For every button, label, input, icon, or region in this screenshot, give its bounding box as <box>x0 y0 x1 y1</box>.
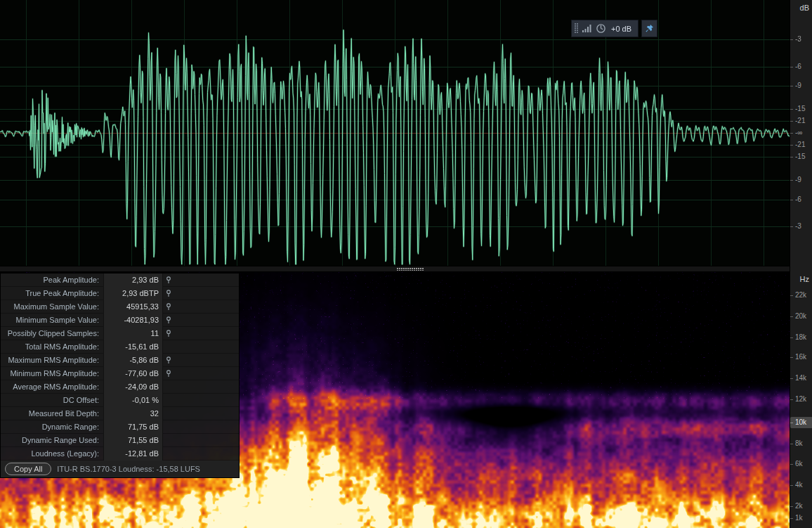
tick-mark <box>790 357 793 358</box>
tick-label: -9 <box>795 176 801 184</box>
tick-label: -15 <box>795 105 805 113</box>
tick-mark <box>790 226 793 227</box>
stat-label: Total RMS Amplitude: <box>2 342 103 351</box>
stat-value: 45915,33 <box>103 300 163 314</box>
amplitude-ruler-unit: dB <box>800 4 809 12</box>
tick-label: -3 <box>795 222 801 231</box>
tick-mark <box>790 133 793 134</box>
tick-mark <box>790 337 793 338</box>
amplitude-statistics-panel: Peak Amplitude:2,93 dBTrue Peak Amplitud… <box>0 273 240 478</box>
ruler-tick: 4k <box>790 481 812 489</box>
stat-label: Possibly Clipped Samples: <box>2 329 103 337</box>
tick-mark <box>790 485 793 486</box>
tick-label: -6 <box>795 195 801 204</box>
statistics-rows: Peak Amplitude:2,93 dBTrue Peak Amplitud… <box>1 273 239 461</box>
stat-row: Average RMS Amplitude:-24,09 dB <box>1 380 239 394</box>
stat-row: Measured Bit Depth:32 <box>1 407 239 420</box>
stat-value: 32 <box>103 407 163 420</box>
marker-pin-icon[interactable] <box>163 290 174 297</box>
hud-toolbar: +0 dB <box>571 20 657 37</box>
waveform-panel[interactable]: +0 dB <box>0 0 790 266</box>
marker-pin-icon[interactable] <box>163 276 174 284</box>
frequency-ruler-unit: Hz <box>800 275 809 283</box>
stat-value: -15,61 dB <box>103 340 163 354</box>
marker-pin-icon[interactable] <box>163 370 174 378</box>
tick-label: 12k <box>795 395 806 404</box>
tick-label: 16k <box>795 353 806 361</box>
ruler-tick: 20k <box>790 312 812 321</box>
stat-value: -12,81 dB <box>103 447 163 461</box>
tick-label: 10k <box>795 417 806 428</box>
ruler-tick: 18k <box>790 333 812 342</box>
stat-value: 71,75 dB <box>103 420 163 434</box>
stat-label: Maximum RMS Amplitude: <box>2 356 103 364</box>
ruler-tick: -3 <box>790 222 812 231</box>
stat-label: Dynamic Range Used: <box>2 436 103 444</box>
marker-pin-icon[interactable] <box>163 330 174 337</box>
stat-row: Minimum RMS Amplitude:-77,60 dB <box>1 367 239 380</box>
pin-icon <box>645 24 654 33</box>
tick-mark <box>790 444 793 444</box>
stat-value: -77,60 dB <box>103 367 163 380</box>
stat-label: Measured Bit Depth: <box>2 409 103 418</box>
stat-label: DC Offset: <box>2 396 103 404</box>
ruler-tick: 14k <box>790 374 812 382</box>
tick-mark <box>790 464 793 465</box>
stat-label: Peak Amplitude: <box>2 276 103 284</box>
tick-label: 20k <box>795 312 806 321</box>
tick-label: 8k <box>795 439 803 448</box>
hud-gain-value[interactable]: +0 dB <box>611 25 631 33</box>
tick-label: -21 <box>795 141 805 149</box>
drag-handle-icon[interactable] <box>575 23 578 34</box>
stat-value: 11 <box>103 327 163 340</box>
frequency-ruler[interactable]: Hz 22k20k18k16k14k12k10k8k6k4k2k1k <box>790 272 812 528</box>
stat-label: Minimum RMS Amplitude: <box>2 369 103 378</box>
stat-row: Maximum RMS Amplitude:-5,86 dB <box>1 354 239 367</box>
ruler-tick: 22k <box>790 291 812 300</box>
tick-mark <box>790 399 793 400</box>
tick-mark <box>790 506 793 507</box>
ruler-tick: 6k <box>790 460 812 468</box>
ruler-tick: -9 <box>790 176 812 184</box>
marker-pin-icon[interactable] <box>163 303 174 311</box>
panel-divider[interactable] <box>0 266 790 272</box>
tick-mark <box>790 157 793 157</box>
tick-mark <box>790 109 793 110</box>
tick-label: -3 <box>795 35 801 44</box>
tick-label: -9 <box>795 82 801 90</box>
ruler-tick: -15 <box>790 105 812 113</box>
tick-mark <box>790 200 793 200</box>
divider-grip-icon[interactable] <box>397 268 424 271</box>
ruler-tick: -6 <box>790 63 812 71</box>
amplitude-ruler[interactable]: dB -3-6-9-15-21-∞-21-15-9-6-3 <box>790 0 812 266</box>
stat-value: -5,86 dB <box>103 354 163 367</box>
stat-row: Peak Amplitude:2,93 dB <box>1 273 239 287</box>
tick-mark <box>790 518 793 519</box>
stat-label: Average RMS Amplitude: <box>2 382 103 391</box>
marker-pin-icon[interactable] <box>163 316 174 324</box>
ruler-tick: -3 <box>790 35 812 44</box>
tick-label: 14k <box>795 374 806 382</box>
pin-button[interactable] <box>641 20 657 37</box>
stat-label: Maximum Sample Value: <box>2 302 103 311</box>
copy-all-button[interactable]: Copy All <box>5 463 51 475</box>
ruler-tick: -15 <box>790 153 812 161</box>
stat-label: Minimum Sample Value: <box>2 316 103 324</box>
stat-row: Dynamic Range:71,75 dB <box>1 420 239 434</box>
stat-row: Possibly Clipped Samples:11 <box>1 327 239 340</box>
ruler-tick: 12k <box>790 395 812 404</box>
tick-mark <box>790 39 793 40</box>
tick-label: 4k <box>795 481 803 489</box>
ruler-tick: 1k <box>790 514 812 522</box>
tick-mark <box>790 316 793 317</box>
stat-label: Dynamic Range: <box>2 423 103 431</box>
hud-main-segment[interactable]: +0 dB <box>571 20 639 37</box>
marker-pin-icon[interactable] <box>163 356 174 364</box>
ruler-tick: -21 <box>790 117 812 125</box>
stat-value: -0,01 % <box>103 394 163 407</box>
tick-label: -15 <box>795 153 805 161</box>
stat-value: 2,93 dB <box>103 273 163 287</box>
waveform-display[interactable] <box>0 0 790 266</box>
tick-mark <box>790 121 793 122</box>
right-ruler-column: dB -3-6-9-15-21-∞-21-15-9-6-3 Hz 22k20k1… <box>790 0 812 528</box>
